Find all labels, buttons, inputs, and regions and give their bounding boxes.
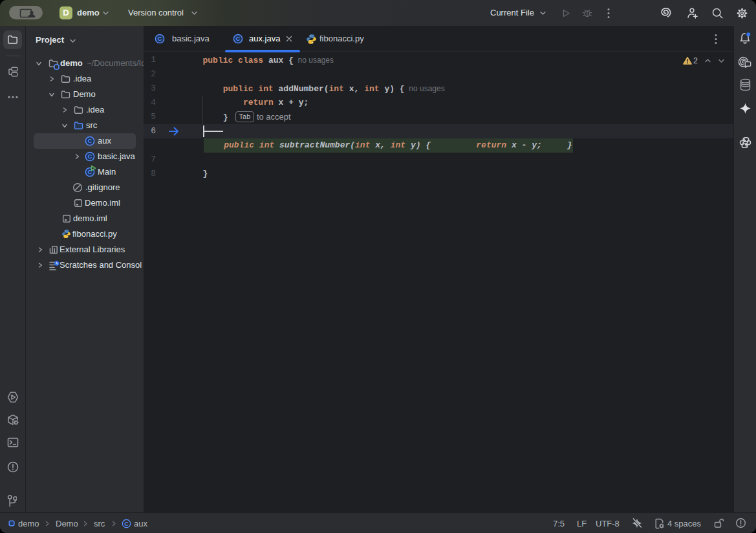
svg-text:C: C bbox=[88, 153, 92, 160]
svg-text:C: C bbox=[236, 35, 241, 42]
svg-text:C: C bbox=[88, 137, 92, 144]
svg-text:C: C bbox=[124, 521, 129, 527]
svg-text:C: C bbox=[158, 35, 162, 42]
